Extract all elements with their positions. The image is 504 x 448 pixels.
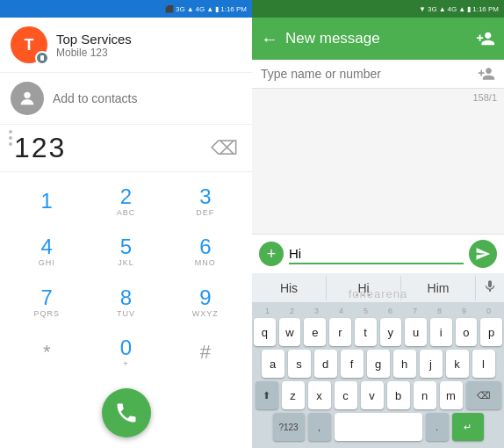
send-button[interactable]	[469, 240, 497, 268]
key-f[interactable]: f	[341, 350, 364, 378]
keyboard-row-1: q w e r t y u i o p	[254, 318, 502, 346]
dial-key-5[interactable]: 5 JKL	[86, 227, 165, 278]
key-v[interactable]: v	[361, 381, 384, 409]
dial-key-8[interactable]: 8 TUV	[86, 277, 165, 328]
signal-up2: ▲	[206, 5, 213, 13]
person-icon	[18, 89, 37, 108]
keyboard-backspace[interactable]: ⌫	[466, 381, 501, 409]
dial-key-star[interactable]: *	[7, 328, 86, 379]
key-enter[interactable]: ↵	[452, 413, 484, 441]
svg-rect-0	[40, 55, 44, 61]
add-person-icon[interactable]	[476, 29, 495, 48]
key-y[interactable]: y	[380, 318, 402, 346]
add-contact-row[interactable]: Add to contacts	[0, 73, 252, 125]
dial-key-4[interactable]: 4 GHI	[7, 227, 86, 278]
key-k[interactable]: k	[446, 350, 469, 378]
add-recipient-icon[interactable]	[478, 65, 495, 83]
mic-icon[interactable]	[476, 279, 504, 297]
dial-key-7[interactable]: 7 PQRS	[7, 277, 86, 328]
key-space[interactable]	[335, 413, 422, 441]
svg-point-1	[24, 92, 30, 98]
send-icon	[475, 246, 491, 262]
key-c[interactable]: c	[335, 381, 357, 409]
wifi-icon-right: ▼	[419, 5, 426, 13]
mobile-icon	[39, 54, 46, 61]
key-p[interactable]: p	[480, 318, 502, 346]
add-contact-avatar	[11, 82, 44, 115]
key-j[interactable]: j	[420, 350, 443, 378]
status-bar-left: ⬛ 3G ▲ 4G ▲ ▮ 1:16 PM	[0, 0, 252, 18]
signal-3g-right: 3G	[428, 5, 437, 13]
dial-key-9[interactable]: 9 WXYZ	[166, 277, 245, 328]
key-m[interactable]: m	[440, 381, 463, 409]
keyboard: 1 2 3 4 5 6 7 8 9 0 q w e r t y u i o p …	[252, 303, 504, 448]
message-area: 158/1	[252, 89, 504, 234]
keyboard-row-2: a s d f g h j k l	[254, 350, 502, 378]
dialed-number: 123	[14, 132, 66, 164]
toolbar-title: New message	[285, 30, 469, 47]
key-d[interactable]: d	[314, 350, 337, 378]
number-hints-row: 1 2 3 4 5 6 7 8 9 0	[254, 307, 502, 315]
key-comma[interactable]: ,	[308, 413, 331, 441]
signal-up: ▲	[187, 5, 194, 13]
contact-header: T Top Services Mobile 123	[0, 18, 252, 73]
dot2	[9, 136, 12, 140]
back-button[interactable]: ←	[261, 29, 278, 49]
key-r[interactable]: r	[329, 318, 351, 346]
contact-badge	[35, 51, 49, 65]
dial-key-0[interactable]: 0 +	[86, 328, 165, 379]
key-period[interactable]: .	[426, 413, 449, 441]
key-symbols[interactable]: ?123	[273, 413, 305, 441]
message-input-bar: +	[252, 234, 504, 273]
key-g[interactable]: g	[367, 350, 390, 378]
key-u[interactable]: u	[405, 318, 427, 346]
key-e[interactable]: e	[304, 318, 326, 346]
backspace-button[interactable]: ⌫	[211, 137, 238, 160]
key-n[interactable]: n	[414, 381, 436, 409]
contact-name: Top Services	[56, 32, 132, 47]
char-count: 158/1	[472, 92, 497, 103]
dialpad-display: 123 ⌫	[0, 125, 252, 172]
attach-button[interactable]: +	[259, 242, 284, 266]
key-x[interactable]: x	[308, 381, 331, 409]
status-icons-right: ▼ 3G ▲ 4G ▲ ▮ 1:16 PM	[419, 5, 499, 13]
keyboard-row-3: ⬆ z x c v b n m ⌫	[254, 381, 502, 409]
key-q[interactable]: q	[254, 318, 276, 346]
contact-subtitle: Mobile 123	[56, 47, 132, 59]
suggestion-his[interactable]: His	[252, 276, 327, 300]
signal-up-right: ▲	[439, 5, 446, 13]
dot3	[9, 142, 12, 146]
message-input[interactable]	[289, 244, 464, 264]
key-a[interactable]: a	[262, 350, 284, 378]
key-b[interactable]: b	[387, 381, 410, 409]
call-button[interactable]	[102, 388, 151, 437]
key-o[interactable]: o	[456, 318, 478, 346]
signal-up2-right: ▲	[458, 5, 465, 13]
key-shift[interactable]: ⬆	[256, 381, 278, 409]
key-h[interactable]: h	[393, 350, 416, 378]
sim-icon: ⬛	[165, 5, 174, 13]
recipient-input[interactable]	[261, 67, 478, 81]
recipient-bar	[252, 60, 504, 89]
suggestion-him[interactable]: Him	[401, 276, 476, 300]
dial-key-2[interactable]: 2 ABC	[86, 176, 165, 227]
options-menu[interactable]	[9, 130, 12, 146]
contact-info: Top Services Mobile 123	[56, 32, 132, 59]
phone-icon	[114, 401, 139, 425]
suggestions-bar: His Hi • • • Him	[252, 273, 504, 303]
key-s[interactable]: s	[288, 350, 311, 378]
dial-key-1[interactable]: 1	[7, 176, 86, 227]
dial-key-3[interactable]: 3 DEF	[166, 176, 245, 227]
key-w[interactable]: w	[279, 318, 301, 346]
key-z[interactable]: z	[282, 381, 305, 409]
dial-key-hash[interactable]: #	[166, 328, 245, 379]
status-time-right: 1:16 PM	[472, 5, 499, 13]
key-l[interactable]: l	[472, 350, 495, 378]
key-i[interactable]: i	[430, 318, 452, 346]
status-icons-left: ⬛ 3G ▲ 4G ▲ ▮ 1:16 PM	[165, 5, 247, 13]
key-t[interactable]: t	[355, 318, 377, 346]
dial-key-6[interactable]: 6 MNO	[166, 227, 245, 278]
messaging-toolbar: ← New message	[252, 18, 504, 60]
signal-3g: 3G	[176, 5, 185, 13]
suggestion-hi[interactable]: Hi • • •	[327, 276, 401, 300]
